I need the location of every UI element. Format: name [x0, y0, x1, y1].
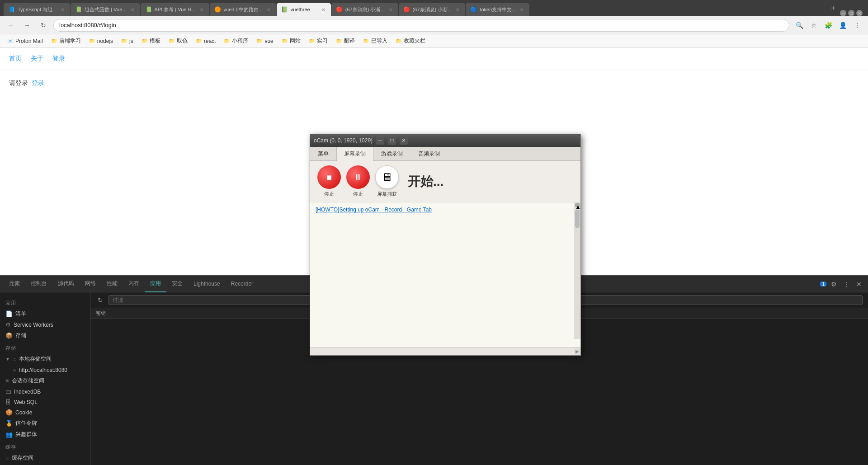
devtools-tab-lighthouse[interactable]: Lighthouse — [188, 276, 226, 292]
sidebar-item-兴趣群体[interactable]: 👥 兴趣群体 — [0, 429, 90, 440]
ocam-window: oCam (0, 0, 1920, 1029) ─ □ ✕ 菜单 屏幕录制 游戏… — [310, 134, 581, 356]
devtools-tab-elements[interactable]: 元素 — [4, 276, 25, 292]
sidebar-item-清单[interactable]: 📄 清单 — [0, 308, 90, 319]
ocam-hscrollbar[interactable]: ▶ — [310, 347, 580, 355]
sidebar-item-Cookie[interactable]: 🍪 Cookie — [0, 407, 90, 418]
tab-close-tab6[interactable]: ✕ — [387, 6, 394, 13]
bookmark-icon[interactable]: ☆ — [807, 19, 820, 32]
browser-tab-tab5[interactable]: 📗 vuethree ✕ — [277, 3, 331, 16]
sidebar-item-Service-Workers[interactable]: ⚙ Service Workers — [0, 319, 90, 330]
devtools-tab-console[interactable]: 控制台 — [25, 276, 52, 292]
sidebar-item-存储[interactable]: 📦 存储 — [0, 330, 90, 341]
tab-close-tab7[interactable]: ✕ — [454, 6, 461, 13]
menu-icon[interactable]: ⋮ — [851, 19, 863, 32]
reload-button[interactable]: ↻ — [37, 19, 50, 32]
bookmark-已导入[interactable]: 已导入 — [359, 36, 391, 46]
devtools-settings-icon[interactable]: ⚙ — [828, 279, 839, 290]
bookmark-label: 翻译 — [344, 37, 355, 45]
bookmark-实习[interactable]: 实习 — [305, 36, 331, 46]
search-icon[interactable]: 🔍 — [793, 19, 806, 32]
ocam-restore-button[interactable]: □ — [388, 136, 396, 145]
tab-close-tab5[interactable]: ✕ — [320, 6, 326, 13]
devtools-tab-performance[interactable]: 性能 — [101, 276, 123, 292]
sidebar-item-IndexedDB[interactable]: 🗃 IndexedDB — [0, 386, 90, 397]
bookmark-label: Proton Mail — [15, 38, 43, 44]
ocam-tab-screen[interactable]: 屏幕录制 — [336, 147, 373, 161]
tab-title-tab2: 组合式函数 | Vue... — [85, 6, 126, 13]
content-area: 首页 关于 登录 请登录 登录 元素控制台源代码网络性能内存应用安全Lighth… — [0, 48, 868, 465]
devtools-tab-memory[interactable]: 内存 — [123, 276, 145, 292]
browser-tab-tab2[interactable]: 📗 组合式函数 | Vue... ✕ — [71, 3, 140, 16]
tab-title-tab3: API 参考 | Vue R... — [155, 6, 196, 13]
devtools-tab-recorder[interactable]: Recorder — [226, 276, 259, 292]
ocam-vscrollbar[interactable]: ▲ — [574, 202, 580, 339]
sidebar-item-会话存储空间[interactable]: ≡ 会话存储空间 — [0, 375, 90, 386]
nav-about[interactable]: 关于 — [31, 55, 43, 63]
bookmark-取色[interactable]: 取色 — [165, 36, 191, 46]
refresh-button[interactable]: ↻ — [96, 296, 105, 305]
profile-icon[interactable]: 👤 — [836, 19, 849, 32]
bookmark-label: 模板 — [150, 37, 160, 45]
ocam-howto-link[interactable]: [HOWTO]Setting up oCam - Record - Game T… — [316, 207, 432, 213]
bookmark-网站[interactable]: 网站 — [278, 36, 304, 46]
browser-tab-tab4[interactable]: 🟠 vue3.0中的路由... ✕ — [210, 3, 276, 16]
ocam-tab-game[interactable]: 游戏录制 — [373, 147, 410, 160]
sidebar-item-http://localhost:8080[interactable]: ≡ http://localhost:8080 — [0, 365, 90, 375]
new-tab-button[interactable]: + — [827, 2, 840, 14]
tab-close-tab2[interactable]: ✕ — [129, 6, 136, 13]
devtools-tab-network[interactable]: 网络 — [80, 276, 101, 292]
nav-login[interactable]: 登录 — [52, 55, 65, 63]
page-nav: 首页 关于 登录 — [0, 48, 868, 70]
devtools-tab-sources[interactable]: 源代码 — [52, 276, 80, 292]
browser-tab-tab3[interactable]: 📗 API 参考 | Vue R... ✕ — [141, 3, 209, 16]
tab-favicon-tab2: 📗 — [75, 6, 82, 13]
address-text: localhost:8080/#/login — [59, 22, 116, 28]
bookmark-模板[interactable]: 模板 — [138, 36, 164, 46]
ocam-capture-button[interactable]: 🖥 屏幕捕获 — [375, 165, 399, 197]
devtools-tab-application[interactable]: 应用 — [145, 276, 166, 292]
ocam-minimize-button[interactable]: ─ — [376, 136, 384, 145]
address-bar[interactable]: localhost:8080/#/login — [53, 19, 789, 32]
nav-home[interactable]: 首页 — [9, 55, 22, 63]
devtools-tab-security[interactable]: 安全 — [166, 276, 188, 292]
browser-tab-tab1[interactable]: 📘 TypeScript 与组... ✕ — [4, 3, 70, 16]
ocam-tab-menu[interactable]: 菜单 — [310, 147, 336, 160]
sidebar-item-本地存储空间[interactable]: ▼ ≡ 本地存储空间 — [0, 353, 90, 365]
tab-close-tab4[interactable]: ✕ — [265, 6, 272, 13]
minimize-button[interactable]: ─ — [840, 10, 846, 16]
extensions-icon[interactable]: 🧩 — [822, 19, 835, 32]
browser-tab-tab6[interactable]: 🔴 (67条消息) 小渐... ✕ — [331, 3, 398, 16]
sidebar-item-Web-SQL[interactable]: 🗄 Web SQL — [0, 397, 90, 407]
tab-close-tab1[interactable]: ✕ — [59, 6, 66, 13]
bookmark-收藏夹栏[interactable]: 收藏夹栏 — [392, 36, 429, 46]
bookmark-js[interactable]: js — [118, 36, 137, 46]
ocam-pause-button[interactable]: ⏸ 停止 — [346, 165, 370, 197]
devtools-more-icon[interactable]: ⋮ — [841, 279, 852, 290]
sidebar-item-缓存空间[interactable]: ≡ 缓存空间 — [0, 452, 90, 464]
login-prompt: 请登录 登录 — [9, 79, 859, 87]
browser-tab-tab8[interactable]: 🔵 token支持中文... ✕ — [466, 3, 529, 16]
bookmark-翻译[interactable]: 翻译 — [332, 36, 359, 46]
tab-title-tab5: vuethree — [291, 7, 317, 12]
bookmark-Proton Mail[interactable]: 📧Proton Mail — [4, 36, 47, 46]
close-browser-button[interactable]: ✕ — [856, 10, 863, 16]
maximize-button[interactable]: □ — [848, 10, 854, 16]
back-button[interactable]: ← — [5, 19, 17, 32]
tab-close-tab8[interactable]: ✕ — [519, 6, 525, 13]
ocam-close-button[interactable]: ✕ — [400, 136, 408, 145]
ocam-tab-audio[interactable]: 音频录制 — [410, 147, 448, 160]
bookmark-nodejs[interactable]: nodejs — [85, 36, 117, 46]
sidebar-label: 存储 — [15, 332, 26, 339]
bookmark-vue[interactable]: vue — [253, 36, 277, 46]
bookmark-react[interactable]: react — [192, 36, 220, 46]
tab-close-tab3[interactable]: ✕ — [198, 6, 205, 13]
login-link[interactable]: 登录 — [32, 79, 44, 87]
bookmark-前端学习[interactable]: 前端学习 — [47, 36, 85, 46]
ocam-stop-button[interactable]: ■ 停止 — [317, 165, 341, 197]
bookmark-小程序[interactable]: 小程序 — [220, 36, 252, 46]
devtools-close-icon[interactable]: ✕ — [854, 279, 864, 290]
browser-tab-tab7[interactable]: 🔴 (67条消息) 小渐... ✕ — [399, 3, 466, 16]
sidebar-label: 兴趣群体 — [15, 431, 37, 438]
sidebar-item-信任令牌[interactable]: 🏅 信任令牌 — [0, 418, 90, 429]
forward-button[interactable]: → — [21, 19, 33, 32]
